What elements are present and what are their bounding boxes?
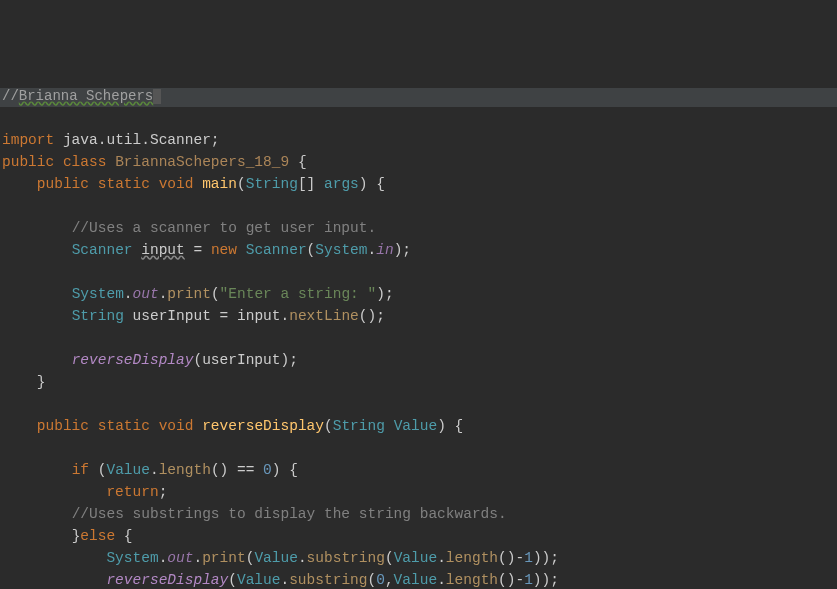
call-length: length xyxy=(446,572,498,588)
op-minus: - xyxy=(515,550,524,566)
field-out: out xyxy=(167,550,193,566)
punct: ( xyxy=(368,572,377,588)
field-out: out xyxy=(133,286,159,302)
keyword-void: void xyxy=(159,176,194,192)
code-editor-area[interactable]: import java.util.Scanner; public class B… xyxy=(0,129,837,589)
punct: . xyxy=(193,550,202,566)
keyword-else: else xyxy=(80,528,115,544)
keyword-public: public xyxy=(2,154,54,170)
punct: ( xyxy=(498,550,507,566)
call-reversedisplay: reverseDisplay xyxy=(72,352,194,368)
punct: ) xyxy=(437,418,446,434)
var-value: Value xyxy=(394,572,438,588)
punct: { xyxy=(376,176,385,192)
punct: ) xyxy=(359,176,368,192)
type-string: String xyxy=(333,418,385,434)
header-comment-slashes: // xyxy=(2,88,19,104)
type-system: System xyxy=(315,242,367,258)
call-print: print xyxy=(167,286,211,302)
op-minus: - xyxy=(515,572,524,588)
punct: . xyxy=(437,572,446,588)
var-userinput: userInput xyxy=(133,308,211,324)
keyword-import: import xyxy=(2,132,54,148)
var-value: Value xyxy=(254,550,298,566)
call-length: length xyxy=(159,462,211,478)
var-value: Value xyxy=(237,572,281,588)
type-system: System xyxy=(106,550,158,566)
punct: [] xyxy=(298,176,315,192)
keyword-new: new xyxy=(211,242,237,258)
punct: { xyxy=(124,528,133,544)
editor-header: //Brianna Schepers xyxy=(0,88,837,107)
import-path: java.util.Scanner xyxy=(63,132,211,148)
method-reversedisplay: reverseDisplay xyxy=(202,418,324,434)
punct: ( xyxy=(193,352,202,368)
punct: . xyxy=(280,572,289,588)
punct: ; xyxy=(159,484,168,500)
punct: ; xyxy=(550,572,559,588)
call-reversedisplay: reverseDisplay xyxy=(106,572,228,588)
punct: ( xyxy=(307,242,316,258)
punct: = xyxy=(193,242,202,258)
param-args: args xyxy=(324,176,359,192)
punct: ) xyxy=(533,550,542,566)
punct: ( xyxy=(359,308,368,324)
punct: . xyxy=(437,550,446,566)
number-one: 1 xyxy=(524,550,533,566)
punct: = xyxy=(220,308,229,324)
number-zero: 0 xyxy=(376,572,385,588)
var-input-decl: input xyxy=(141,242,185,258)
punct: ( xyxy=(237,176,246,192)
punct: . xyxy=(124,286,133,302)
punct: ) xyxy=(280,352,289,368)
comment-line: //Uses substrings to display the string … xyxy=(72,506,507,522)
field-in: in xyxy=(376,242,393,258)
call-substring: substring xyxy=(289,572,367,588)
keyword-class: class xyxy=(63,154,107,170)
punct: ; xyxy=(402,242,411,258)
punct: ( xyxy=(385,550,394,566)
punct: { xyxy=(455,418,464,434)
type-scanner: Scanner xyxy=(246,242,307,258)
punct: ( xyxy=(324,418,333,434)
keyword-void: void xyxy=(159,418,194,434)
punct: ; xyxy=(385,286,394,302)
call-length: length xyxy=(446,550,498,566)
punct: ( xyxy=(228,572,237,588)
call-print: print xyxy=(202,550,246,566)
class-name: BriannaSchepers_18_9 xyxy=(115,154,289,170)
type-string: String xyxy=(246,176,298,192)
punct: } xyxy=(37,374,46,390)
punct: { xyxy=(298,154,307,170)
text-caret xyxy=(153,89,161,104)
keyword-if: if xyxy=(72,462,89,478)
string-literal: "Enter a string: " xyxy=(220,286,377,302)
punct: { xyxy=(289,462,298,478)
call-nextline: nextLine xyxy=(289,308,359,324)
punct: ) xyxy=(376,286,385,302)
param-value: Value xyxy=(394,418,438,434)
punct: ) xyxy=(542,550,551,566)
var-userinput: userInput xyxy=(202,352,280,368)
punct: , xyxy=(385,572,394,588)
number-one: 1 xyxy=(524,572,533,588)
type-string: String xyxy=(72,308,124,324)
punct: ; xyxy=(550,550,559,566)
punct: ; xyxy=(289,352,298,368)
punct: ) xyxy=(542,572,551,588)
keyword-public: public xyxy=(37,418,89,434)
punct: . xyxy=(368,242,377,258)
keyword-public: public xyxy=(37,176,89,192)
punct: ) xyxy=(368,308,377,324)
keyword-static: static xyxy=(98,418,150,434)
keyword-static: static xyxy=(98,176,150,192)
punct: ( xyxy=(211,462,220,478)
comment-line: //Uses a scanner to get user input. xyxy=(72,220,377,236)
punct: ( xyxy=(498,572,507,588)
var-input: input xyxy=(237,308,281,324)
number-zero: 0 xyxy=(263,462,272,478)
punct: ( xyxy=(211,286,220,302)
call-substring: substring xyxy=(307,550,385,566)
method-main: main xyxy=(202,176,237,192)
punct: . xyxy=(298,550,307,566)
